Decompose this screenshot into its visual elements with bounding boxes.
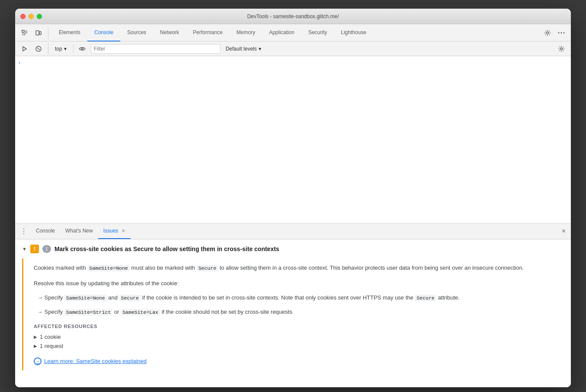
tabs-bar-right-icons (541, 27, 567, 39)
levels-selector[interactable]: Default levels ▾ (223, 46, 264, 52)
affected-resources-label: AFFECTED RESOURCES (34, 324, 560, 329)
console-settings-icon[interactable] (555, 43, 567, 55)
levels-dropdown-arrow: ▾ (259, 46, 261, 52)
svg-rect-1 (36, 31, 39, 35)
tab-memory[interactable]: Memory (230, 24, 262, 41)
code-secure-2: Secure (119, 295, 141, 301)
tab-console-bottom[interactable]: Console (31, 223, 60, 239)
resource-cookie-label: 1 cookie (40, 334, 61, 340)
console-content: › (15, 56, 571, 224)
issue-resolve-text: Resolve this issue by updating the attri… (34, 279, 560, 288)
resource-request-item[interactable]: ▶ 1 request (34, 341, 560, 351)
close-button[interactable] (20, 14, 26, 19)
issue-content: ▼ ! 1 Mark cross-site cookies as Secure … (15, 239, 571, 388)
title-bar: DevTools - samesite-sandbox.glitch.me/ (15, 9, 571, 24)
code-samesite-none-2: SameSite=None (64, 295, 107, 301)
issue-body: Cookies marked with SameSite=None must a… (22, 258, 571, 370)
issue-description: Cookies marked with SameSite=None must a… (34, 264, 560, 273)
console-toolbar-left-icons (19, 43, 48, 55)
issue-count-badge: 1 (42, 245, 51, 253)
code-samesite-strict: SameSite=Strict (64, 309, 113, 316)
issue-warning-badge: ! (30, 245, 39, 253)
inspect-element-icon[interactable] (19, 27, 31, 39)
toolbar-separator (73, 45, 74, 53)
tab-performance[interactable]: Performance (186, 24, 230, 41)
tab-network[interactable]: Network (153, 24, 186, 41)
close-bottom-panel-icon[interactable]: × (560, 226, 567, 237)
bottom-tabs-bar: ⋮ Console What's New Issues × × (15, 224, 571, 239)
svg-marker-7 (23, 47, 26, 51)
svg-point-11 (560, 48, 563, 50)
eye-icon[interactable] (76, 43, 88, 55)
learn-more-circle-arrow-icon: → (34, 357, 42, 365)
svg-point-4 (558, 32, 560, 33)
toolbar-icons (19, 27, 48, 39)
filter-input[interactable] (91, 44, 221, 54)
console-arrow[interactable]: › (15, 58, 571, 67)
top-tabs-bar: Elements Console Sources Network Perform… (15, 24, 571, 41)
learn-more-link[interactable]: → Learn more: SameSite cookies explained (34, 357, 560, 365)
learn-more-text: Learn more: SameSite cookies explained (44, 358, 147, 364)
issue-collapse-arrow-icon: ▼ (22, 246, 27, 252)
affected-resources-section: AFFECTED RESOURCES ▶ 1 cookie ▶ 1 reques… (34, 324, 560, 351)
tab-issues-close[interactable]: × (122, 228, 125, 234)
context-dropdown-arrow: ▾ (64, 46, 67, 52)
clear-console-icon[interactable] (32, 43, 45, 55)
window-title: DevTools - samesite-sandbox.glitch.me/ (247, 13, 339, 19)
console-toolbar: top ▾ Default levels ▾ (15, 41, 571, 56)
svg-rect-0 (22, 30, 24, 32)
devtools-window: DevTools - samesite-sandbox.glitch.me/ (15, 9, 571, 387)
resource-cookie-item[interactable]: ▶ 1 cookie (34, 332, 560, 341)
device-toolbar-icon[interactable] (32, 27, 45, 39)
bottom-panel-menu-icon[interactable]: ⋮ (19, 226, 29, 236)
tab-lighthouse[interactable]: Lighthouse (334, 24, 373, 41)
traffic-lights (20, 14, 42, 19)
tab-whats-new[interactable]: What's New (60, 223, 98, 239)
svg-point-6 (564, 32, 565, 33)
code-secure-3: Secure (415, 295, 436, 301)
code-secure: Secure (197, 265, 218, 271)
issue-header[interactable]: ▼ ! 1 Mark cross-site cookies as Secure … (15, 239, 571, 258)
tab-security[interactable]: Security (301, 24, 334, 41)
execute-context-icon[interactable] (19, 43, 31, 55)
resource-expand-arrow-2: ▶ (34, 344, 37, 348)
tab-issues[interactable]: Issues × (98, 223, 131, 239)
minimize-button[interactable] (29, 14, 34, 19)
svg-point-10 (81, 48, 83, 50)
maximize-button[interactable] (37, 14, 42, 19)
code-samesite-lax: SameSite=Lax (121, 309, 160, 316)
resource-expand-arrow-1: ▶ (34, 335, 37, 339)
issue-bullet-1: → Specify SameSite=None and Secure if th… (34, 293, 560, 303)
issue-title: Mark cross-site cookies as Secure to all… (54, 245, 279, 252)
context-selector[interactable]: top ▾ (51, 44, 70, 54)
resource-request-label: 1 request (40, 343, 63, 349)
code-samesite-none: SameSite=None (87, 265, 130, 271)
svg-point-3 (547, 32, 549, 34)
tab-elements[interactable]: Elements (52, 24, 87, 41)
tab-sources[interactable]: Sources (120, 24, 153, 41)
bottom-panel: ⋮ Console What's New Issues × × ▼ (15, 224, 571, 388)
tab-console[interactable]: Console (87, 24, 120, 41)
issue-bullet-2: → Specify SameSite=Strict or SameSite=La… (34, 308, 560, 317)
tab-application[interactable]: Application (262, 24, 301, 41)
svg-rect-2 (39, 32, 41, 35)
more-options-icon[interactable] (555, 27, 567, 39)
svg-line-9 (37, 48, 40, 50)
settings-icon[interactable] (541, 27, 554, 39)
devtools-panel: Elements Console Sources Network Perform… (15, 24, 571, 387)
svg-point-5 (561, 32, 562, 33)
